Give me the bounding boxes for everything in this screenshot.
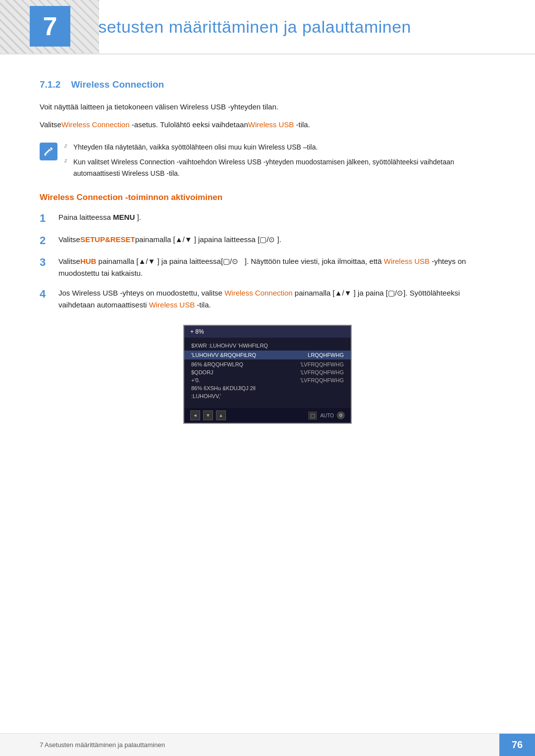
- step-2-number: 2: [40, 234, 58, 248]
- note-item-2: Kun valitset Wireless Connection -vaihto…: [64, 156, 495, 179]
- chapter-number: 7: [43, 11, 57, 41]
- step-3-text: ValitseHUB painamalla [▲/▼ ] ja paina la…: [58, 255, 495, 279]
- monitor-row-3-value: 'LVFRQQHFWHG: [300, 377, 344, 383]
- note-icon: [40, 143, 57, 160]
- steps-list: 1 Paina laitteessa MENU ]. 2 ValitseSETU…: [40, 211, 495, 311]
- note-box: Yhteyden tila näytetään, vaikka syöttölä…: [40, 142, 495, 179]
- step-2: 2 ValitseSETUP&RESETpainamalla [▲/▼ ] ja…: [40, 234, 495, 248]
- monitor-row-3-label: +'0.: [191, 377, 261, 383]
- step-2-setup-label: SETUP&RESET: [80, 235, 135, 244]
- monitor-screenshot: + 8% $XWR :LUHOHVV 'HWHFtLRQ 'LUHOHVV &R…: [183, 325, 352, 424]
- monitor-content: $XWR :LUHOHVV 'HWHFtLRQ 'LUHOHVV &RQQHFt…: [184, 338, 351, 408]
- nav-down-icon: ▼: [203, 410, 213, 420]
- page-title: Asetusten määrittäminen ja palauttaminen: [87, 17, 411, 37]
- section-heading: 7.1.2 Wireless Connection: [40, 79, 495, 90]
- note-item-1: Yhteyden tila näytetään, vaikka syöttölä…: [64, 142, 495, 152]
- monitor-auto-label: AUTO: [320, 413, 334, 418]
- monitor-bottom-bar: ◄ ▼ ▲ ▢ AUTO ⚙: [184, 408, 351, 423]
- monitor-row-5: :LUHOHVV,': [191, 393, 344, 399]
- footer-page-number: 76: [499, 734, 535, 756]
- step-3: 3 ValitseHUB painamalla [▲/▼ ] ja paina …: [40, 255, 495, 279]
- monitor-row-0: 'LUHOHVV &RQQHFtLRQ LRQQHFWHG: [184, 351, 351, 359]
- monitor-row-1: 86% &RQQHFWLRQ 'LVFRQQHFWHG: [191, 361, 344, 367]
- step-4: 4 Jos Wireless USB -yhteys on muodostett…: [40, 287, 495, 311]
- pencil-icon: [43, 146, 54, 157]
- monitor-title-label: $XWR :LUHOHVV 'HWHFtLRQ: [191, 343, 268, 349]
- monitor-row-2: $QDORJ 'LVFRQQHFWHG: [191, 369, 344, 375]
- intro-para-1: Voit näyttää laitteen ja tietokoneen väl…: [40, 101, 495, 113]
- nav-left-icon: ◄: [190, 410, 200, 420]
- nav-up-icon: ▲: [216, 410, 226, 420]
- monitor-row-3: +'0. 'LVFRQQHFWHG: [191, 377, 344, 383]
- subsection-heading: Wireless Connection -toiminnon aktivoimi…: [40, 193, 495, 202]
- step-3-number: 3: [40, 255, 58, 270]
- monitor-row-0-label: 'LUHOHVV &RQQHFtLRQ: [191, 352, 261, 358]
- monitor-nav-icons: ◄ ▼ ▲: [190, 410, 226, 420]
- step-4-text: Jos Wireless USB -yhteys on muodostettu,…: [58, 287, 495, 311]
- step-4-wireless-conn: Wireless Connection: [224, 289, 293, 297]
- step-1: 1 Paina laitteessa MENU ].: [40, 211, 495, 226]
- page-footer: 7 Asetusten määrittäminen ja palauttamin…: [0, 733, 535, 756]
- monitor-row-5-label: :LUHOHVV,': [191, 393, 261, 399]
- intro-para2-prefix: Valitse: [40, 120, 61, 129]
- monitor-row-4-label: 86% 6XSHu &KDUJlQJ 2ll: [191, 385, 261, 391]
- monitor-title-row: $XWR :LUHOHVV 'HWHFtLRQ: [191, 343, 344, 349]
- step-1-number: 1: [40, 211, 58, 226]
- step-1-menu-label: MENU: [113, 213, 135, 221]
- step-4-wireless-usb: Wireless USB: [149, 301, 195, 309]
- note-content: Yhteyden tila näytetään, vaikka syöttölä…: [64, 142, 495, 179]
- page-header: 7 Asetusten määrittäminen ja palauttamin…: [0, 0, 535, 54]
- intro-para2-mid: -asetus. Tulolähtö eeksi vaihdetaan: [129, 120, 248, 129]
- monitor-row-1-value: 'LVFRQQHFWHG: [300, 361, 344, 367]
- monitor-percent: + 8%: [190, 328, 204, 335]
- step-4-number: 4: [40, 287, 58, 302]
- main-content: 7.1.2 Wireless Connection Voit näyttää l…: [0, 54, 535, 463]
- monitor-screen-icon: ▢: [308, 411, 317, 420]
- monitor-row-4: 86% 6XSHu &KDUJlQJ 2ll: [191, 385, 344, 391]
- monitor-gear-icon: ⚙: [337, 411, 345, 419]
- monitor-row-2-value: 'LVFRQQHFWHG: [300, 369, 344, 375]
- step-3-hub-label: HUB: [80, 257, 97, 265]
- monitor-row-0-value: LRQQHFWHG: [308, 352, 344, 358]
- footer-chapter-text: 7 Asetusten määrittäminen ja palauttamin…: [0, 741, 165, 749]
- chapter-number-box: 7: [30, 6, 70, 47]
- section-title: Wireless Connection: [71, 79, 164, 90]
- step-3-wireless-usb: Wireless USB: [384, 257, 430, 265]
- intro-para2-suffix: -tila.: [294, 120, 310, 129]
- step-2-text: ValitseSETUP&RESETpainamalla [▲/▼ ] japa…: [58, 234, 495, 246]
- intro-para2-highlight1: Wireless Connection: [61, 120, 130, 129]
- intro-para-2: ValitseWireless Connection -asetus. Tulo…: [40, 119, 495, 131]
- monitor-row-1-label: 86% &RQQHFWLRQ: [191, 361, 261, 367]
- monitor-auto-area: ▢ AUTO ⚙: [308, 411, 345, 420]
- monitor-top-bar: + 8%: [184, 326, 351, 338]
- step-1-text: Paina laitteessa MENU ].: [58, 211, 495, 223]
- intro-para2-highlight2: Wireless USB: [248, 120, 294, 129]
- section-number: 7.1.2: [40, 79, 60, 90]
- monitor-row-2-label: $QDORJ: [191, 369, 261, 375]
